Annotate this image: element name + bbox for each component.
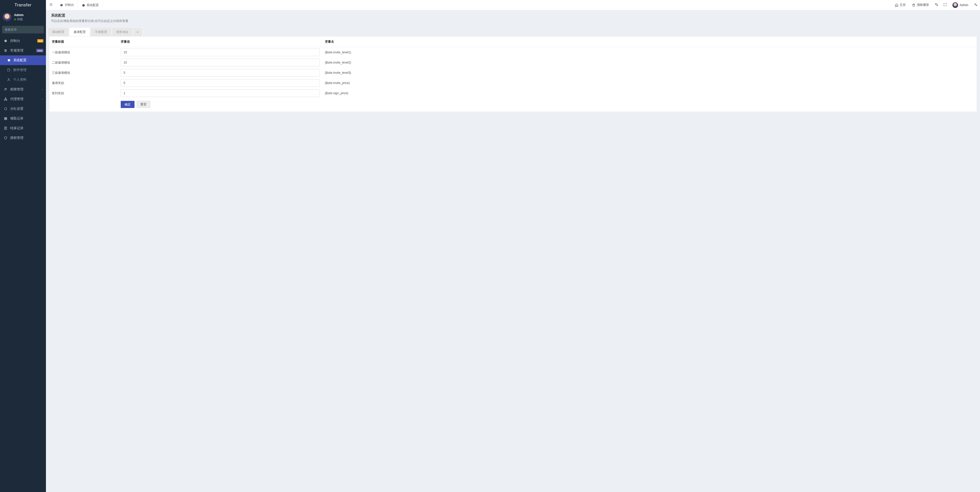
sidebar: Transfer Admin 在线 控制台 hot (0, 0, 46, 492)
sidebar-item-label: 系统配置 (13, 58, 27, 62)
table-row: 一级邀请赠送 {$site.invite_level1} (49, 47, 977, 58)
sidebar-item-label: 权限管理 (10, 87, 24, 92)
sidebar-item-attachments[interactable]: 附件管理 (0, 65, 46, 75)
sidebar-item-label: 常规管理 (10, 48, 24, 53)
config-panel: 变量标题 变量值 变量名 一级邀请赠送 {$site.invite_level1… (49, 36, 977, 112)
config-tab-dict[interactable]: 字典配置 (91, 28, 111, 36)
sidebar-item-label: 附件管理 (13, 68, 27, 72)
table-row: 邀请奖励 {$site.invite_price} (49, 78, 977, 88)
app-logo: Transfer (0, 0, 46, 10)
sidebar-menu: 控制台 hot 常规管理 new 系统配置 附件管理 个人资料 (0, 36, 46, 143)
row-value-input[interactable] (121, 79, 320, 87)
th-value: 变量值 (118, 37, 322, 47)
table-row: 二级邀请赠送 {$site.invite_level2} (49, 57, 977, 68)
table-row: 三级邀请赠送 {$site.invite_level3} (49, 68, 977, 78)
settings-button[interactable] (971, 0, 980, 10)
sidebar-item-permissions[interactable]: 权限管理 ‹ (0, 84, 46, 94)
th-label: 变量标题 (49, 37, 118, 47)
tab-label: 系统配置 (86, 3, 99, 7)
fullscreen-button[interactable] (941, 0, 950, 10)
svg-rect-19 (4, 119, 6, 120)
row-var: {$site.invite_level2} (322, 57, 977, 68)
sidebar-item-dividend[interactable]: 分红设置 (0, 104, 46, 114)
search-input[interactable] (2, 28, 45, 32)
panel-body: 变量标题 变量值 变量名 一级邀请赠送 {$site.invite_level1… (49, 37, 977, 111)
tab-system-config[interactable]: 系统配置 (78, 0, 103, 10)
file-icon (6, 68, 11, 72)
th-var: 变量名 (322, 37, 977, 47)
config-tab-add[interactable]: + (134, 28, 142, 36)
clear-cache-button[interactable]: 清除缓存 (909, 0, 932, 10)
badge-hot: hot (37, 39, 43, 43)
document-icon (3, 126, 8, 130)
language-icon (935, 3, 938, 7)
svg-point-30 (976, 5, 977, 6)
sidebar-search (2, 26, 44, 33)
sidebar-item-label: 分红设置 (10, 107, 24, 111)
row-var: {$site.invite_level1} (322, 47, 977, 58)
status-dot-icon (14, 18, 16, 21)
top-tabs: 控制台 系统配置 (56, 0, 103, 10)
row-value-input[interactable] (121, 89, 320, 97)
form-actions: 确定 重置 (49, 98, 977, 111)
gears-icon (974, 3, 977, 7)
svg-rect-13 (5, 98, 6, 99)
list-icon (3, 117, 8, 120)
plus-icon: + (137, 30, 138, 34)
topbar-right: 主页 清除缓存 Admin (892, 0, 980, 10)
sidebar-item-agents[interactable]: 代理管理 ‹ (0, 94, 46, 104)
dashboard-icon (60, 3, 63, 7)
page-title: 系统配置 (51, 13, 975, 18)
row-value-input[interactable] (121, 59, 320, 66)
chevron-left-icon: ‹ (42, 88, 43, 91)
tab-dashboard[interactable]: 控制台 (56, 0, 78, 10)
config-tab-auth-url[interactable]: 授权地址 (112, 28, 133, 36)
topbar: 控制台 系统配置 主页 清除缓存 (46, 0, 980, 10)
avatar (3, 13, 11, 22)
sidebar-item-claim-log[interactable]: 领取记录 (0, 114, 46, 123)
svg-point-16 (4, 107, 6, 110)
config-table: 变量标题 变量值 变量名 一级邀请赠送 {$site.invite_level1… (49, 37, 977, 98)
shield-icon (3, 136, 8, 140)
svg-rect-17 (4, 118, 6, 118)
sidebar-item-system-config[interactable]: 系统配置 (0, 56, 46, 65)
sidebar-item-auth[interactable]: 授权管理 (0, 133, 46, 143)
user-status-text: 在线 (17, 18, 23, 21)
home-label: 主页 (900, 3, 906, 7)
chevron-left-icon: ‹ (42, 98, 43, 100)
sidebar-item-label: 控制台 (10, 38, 20, 43)
row-label: 一级邀请赠送 (49, 47, 118, 58)
svg-rect-14 (4, 100, 5, 100)
svg-point-12 (6, 89, 6, 89)
row-label: 二级邀请赠送 (49, 57, 118, 68)
sidebar-item-profile[interactable]: 个人资料 (0, 75, 46, 84)
row-label: 三级邀请赠送 (49, 68, 118, 78)
config-tab-invite[interactable]: 邀请配置 (69, 28, 90, 36)
trash-icon (912, 3, 915, 7)
sidebar-item-dashboard[interactable]: 控制台 hot (0, 36, 46, 46)
row-value-input[interactable] (121, 48, 320, 56)
language-button[interactable] (932, 0, 941, 10)
gear-icon (6, 59, 11, 62)
svg-point-9 (5, 51, 6, 52)
tab-label: 控制台 (65, 3, 74, 7)
badge-new: new (36, 49, 43, 53)
sidebar-user-panel: Admin 在线 (0, 10, 46, 24)
submit-button[interactable]: 确定 (121, 101, 135, 108)
sidebar-item-label: 个人资料 (13, 77, 27, 82)
content: 系统配置 可以在此增改系统的变量和分组,也可以自定义分组和变量 基础配置 邀请配… (46, 10, 980, 492)
user-menu[interactable]: Admin (950, 0, 971, 10)
config-tab-basic[interactable]: 基础配置 (48, 28, 68, 36)
user-status: 在线 (14, 18, 24, 21)
config-tabs: 基础配置 邀请配置 字典配置 授权地址 + (46, 26, 980, 36)
toggle-sidebar-button[interactable] (46, 0, 56, 10)
home-link[interactable]: 主页 (892, 0, 909, 10)
menu-icon (49, 3, 53, 7)
reset-button[interactable]: 重置 (137, 101, 150, 108)
sidebar-item-settlement-log[interactable]: 结算记录 (0, 123, 46, 133)
row-value-input[interactable] (121, 69, 320, 76)
row-var: {$site.invite_price} (322, 78, 977, 88)
svg-rect-18 (4, 118, 6, 119)
sidebar-item-general[interactable]: 常规管理 new (0, 46, 46, 56)
user-icon (6, 78, 11, 81)
